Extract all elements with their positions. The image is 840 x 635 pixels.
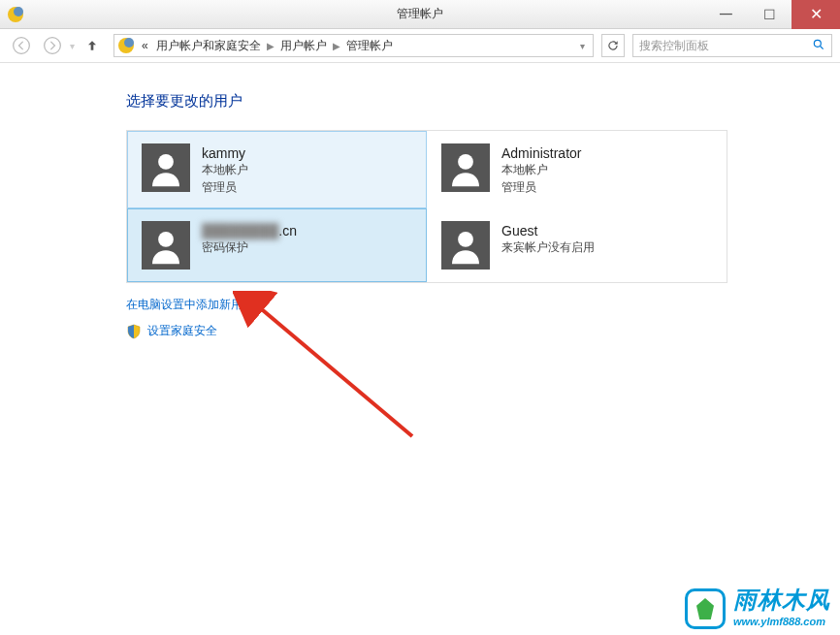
account-type: 本地帐户 — [202, 162, 248, 178]
up-button[interactable] — [79, 32, 106, 59]
svg-point-7 — [458, 232, 473, 247]
avatar-icon — [441, 143, 490, 192]
svg-point-5 — [458, 154, 473, 170]
account-info: Administrator 本地帐户 管理员 — [501, 143, 581, 196]
maximize-button[interactable]: ☐ — [748, 0, 792, 29]
chevron-right-icon: ▶ — [331, 41, 342, 51]
window-titlebar: 管理帐户 ─ ☐ ✕ — [0, 0, 840, 29]
account-card-administrator[interactable]: Administrator 本地帐户 管理员 — [427, 131, 727, 208]
account-role: 管理员 — [501, 179, 581, 196]
address-bar[interactable]: « 用户帐户和家庭安全 ▶ 用户帐户 ▶ 管理帐户 ▾ — [113, 34, 594, 57]
nav-history-dropdown[interactable]: ▾ — [70, 41, 75, 51]
app-icon — [8, 7, 23, 22]
svg-point-2 — [814, 40, 821, 47]
breadcrumb-item[interactable]: 用户帐户 — [276, 38, 331, 54]
account-role: 管理员 — [202, 179, 248, 196]
avatar-icon — [441, 221, 490, 270]
family-safety-link[interactable]: 设置家庭安全 — [126, 323, 840, 339]
account-type: 来宾帐户没有启用 — [501, 239, 595, 256]
window-title: 管理帐户 — [397, 6, 443, 22]
chevron-right-icon: ▶ — [265, 41, 276, 51]
breadcrumb-item[interactable]: 管理帐户 — [342, 38, 397, 54]
account-type: 本地帐户 — [501, 162, 581, 178]
add-user-link[interactable]: 在电脑设置中添加新用户 — [126, 297, 840, 313]
account-name: ████████.cn — [202, 223, 297, 238]
account-info: Guest 来宾帐户没有启用 — [501, 221, 595, 256]
svg-point-6 — [158, 232, 174, 247]
back-button[interactable] — [8, 32, 35, 59]
search-icon[interactable] — [812, 38, 825, 54]
close-button[interactable]: ✕ — [792, 0, 840, 29]
action-links: 在电脑设置中添加新用户 设置家庭安全 — [126, 297, 840, 339]
page-heading: 选择要更改的用户 — [126, 92, 840, 111]
svg-point-4 — [158, 154, 174, 170]
breadcrumb-item[interactable]: 用户帐户和家庭安全 — [152, 38, 265, 54]
breadcrumb-prefix[interactable]: « — [138, 39, 152, 52]
window-controls: ─ ☐ ✕ — [704, 0, 840, 29]
svg-line-3 — [821, 46, 824, 48]
search-box[interactable] — [632, 34, 832, 57]
account-name: Guest — [501, 223, 595, 238]
watermark-text: 雨林木风 www.ylmf888.com — [733, 588, 830, 629]
address-dropdown-icon[interactable]: ▾ — [576, 41, 589, 51]
shield-icon — [126, 324, 142, 339]
content-area: 选择要更改的用户 kammy 本地帐户 管理员 Administrator 本地… — [0, 63, 840, 339]
account-card-blurred[interactable]: ████████.cn 密码保护 — [127, 208, 427, 282]
account-info: ████████.cn 密码保护 — [202, 221, 297, 256]
watermark-logo-icon — [685, 588, 726, 629]
refresh-button[interactable] — [601, 34, 625, 57]
account-info: kammy 本地帐户 管理员 — [202, 143, 248, 196]
account-type: 密码保护 — [202, 239, 297, 256]
watermark-brand: 雨林木风 — [733, 588, 830, 612]
forward-button[interactable] — [39, 32, 66, 59]
account-name: kammy — [202, 145, 248, 161]
account-list: kammy 本地帐户 管理员 Administrator 本地帐户 管理员 ██… — [126, 130, 727, 283]
svg-point-1 — [45, 38, 61, 54]
minimize-button[interactable]: ─ — [704, 0, 748, 29]
account-card-guest[interactable]: Guest 来宾帐户没有启用 — [427, 208, 727, 282]
watermark: 雨林木风 www.ylmf888.com — [685, 588, 830, 629]
account-card-kammy[interactable]: kammy 本地帐户 管理员 — [127, 131, 427, 208]
search-input[interactable] — [639, 39, 812, 52]
navigation-bar: ▾ « 用户帐户和家庭安全 ▶ 用户帐户 ▶ 管理帐户 ▾ — [0, 29, 840, 63]
watermark-url: www.ylmf888.com — [733, 616, 825, 627]
avatar-icon — [142, 221, 190, 270]
svg-point-0 — [14, 38, 30, 54]
avatar-icon — [142, 143, 190, 192]
account-name: Administrator — [501, 145, 581, 161]
breadcrumb: « 用户帐户和家庭安全 ▶ 用户帐户 ▶ 管理帐户 — [138, 38, 397, 54]
location-icon — [118, 38, 134, 53]
